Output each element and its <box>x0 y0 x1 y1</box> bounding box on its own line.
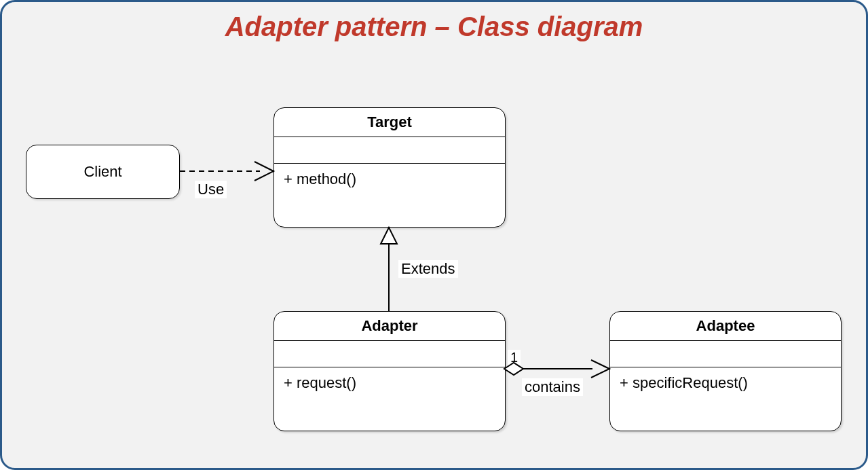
diagram-title: Adapter pattern – Class diagram <box>2 12 866 42</box>
class-target-method: + method() <box>284 170 356 187</box>
class-adapter-attrs <box>274 341 505 367</box>
edge-adapter-target <box>381 228 397 311</box>
class-adaptee-method: + specificRequest() <box>620 374 748 391</box>
class-adaptee-name: Adaptee <box>610 312 841 341</box>
class-target-name: Target <box>274 108 505 137</box>
class-target-attrs <box>274 137 505 164</box>
svg-marker-2 <box>381 228 397 244</box>
class-adaptee-ops: + specificRequest() <box>610 367 841 411</box>
class-adaptee-attrs <box>610 341 841 367</box>
label-multiplicity: 1 <box>508 350 521 365</box>
label-contains: contains <box>522 378 583 396</box>
class-client-name: Client <box>83 163 121 181</box>
label-extends: Extends <box>398 260 458 278</box>
class-adapter-method: + request() <box>284 374 356 391</box>
class-target: Target + method() <box>273 107 506 228</box>
label-use: Use <box>195 181 227 198</box>
edge-client-target <box>180 162 273 181</box>
diagram-frame: Adapter pattern – Class diagram Client T… <box>0 0 868 470</box>
class-adaptee: Adaptee + specificRequest() <box>609 311 842 431</box>
class-target-ops: + method() <box>274 164 505 207</box>
class-adapter-name: Adapter <box>274 312 505 341</box>
class-adapter: Adapter + request() <box>273 311 506 431</box>
class-client: Client <box>26 145 180 199</box>
class-adapter-ops: + request() <box>274 367 505 411</box>
